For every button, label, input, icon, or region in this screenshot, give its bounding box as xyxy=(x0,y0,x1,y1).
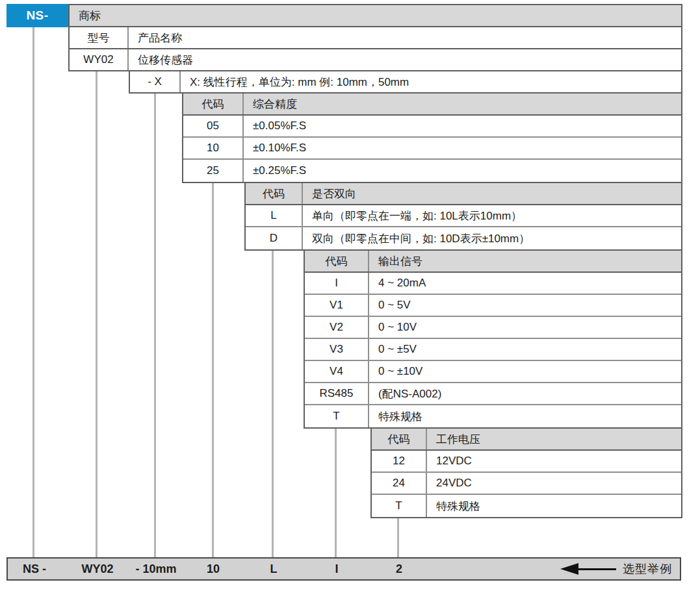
trademark-row: 商标 xyxy=(68,4,682,27)
table-row: 10 ±0.10%F.S xyxy=(183,138,681,160)
voltage-column-header: 工作电压 xyxy=(427,429,681,449)
value-cell: ±0.10%F.S xyxy=(244,138,681,158)
table-row: D 双向（即零点在中间，如: 10D表示±10mm） xyxy=(246,227,681,249)
example-segment-output: I xyxy=(335,559,338,579)
trademark-label: 商标 xyxy=(70,5,681,26)
value-cell: 0 ~ ±5V xyxy=(369,339,681,360)
stroke-code-cell: - X xyxy=(130,71,181,92)
output-column-header: 输出信号 xyxy=(369,251,681,271)
connector-line-accuracy xyxy=(212,182,214,557)
table-row: V1 0 ~ 5V xyxy=(305,295,681,317)
value-cell: 双向（即零点在中间，如: 10D表示±10mm） xyxy=(303,227,681,249)
code-cell: 10 xyxy=(183,138,244,158)
model-value-cell: 位移传感器 xyxy=(129,49,681,70)
value-cell: 特殊规格 xyxy=(427,495,681,517)
value-cell: 24VDC xyxy=(427,473,681,494)
code-column-header: 代码 xyxy=(183,94,244,114)
arrow-line xyxy=(578,568,616,570)
example-segment-direction: L xyxy=(270,559,278,579)
example-arrow-label: 选型举例 xyxy=(623,561,672,577)
table-row: I 4 ~ 20mA xyxy=(305,273,681,295)
stroke-row: - X X: 线性行程，单位为: mm 例: 10mm，50mm xyxy=(129,70,682,94)
model-code-cell: WY02 xyxy=(70,49,129,70)
value-cell: (配NS-A002) xyxy=(369,383,681,404)
value-cell: 单向（即零点在一端，如: 10L表示10mm） xyxy=(303,205,681,226)
example-segment-voltage: 2 xyxy=(396,559,402,579)
table-row: T 特殊规格 xyxy=(372,495,681,517)
table-row: 12 12VDC xyxy=(372,451,681,473)
value-cell: 0 ~ 5V xyxy=(369,295,681,316)
model-row: WY02 位移传感器 xyxy=(68,48,682,71)
left-arrow-icon xyxy=(560,563,578,575)
accuracy-table-header: 代码 综合精度 xyxy=(183,94,681,116)
voltage-table: 代码 工作电压 12 12VDC 24 24VDC T 特殊规格 xyxy=(370,427,682,518)
accuracy-table: 代码 综合精度 05 ±0.05%F.S 10 ±0.10%F.S 25 ±0.… xyxy=(182,92,682,183)
table-row: V3 0 ~ ±5V xyxy=(305,339,681,361)
brand-code-box: NS- xyxy=(6,4,68,27)
table-row: RS485 (配NS-A002) xyxy=(305,383,681,405)
code-cell: V1 xyxy=(305,295,369,316)
value-cell: 4 ~ 20mA xyxy=(369,273,681,294)
connector-line-brand xyxy=(32,27,34,557)
code-column-header: 代码 xyxy=(305,251,369,271)
table-row: T 特殊规格 xyxy=(305,405,681,427)
connector-line-voltage xyxy=(397,517,399,557)
table-row: V2 0 ~ 10V xyxy=(305,317,681,339)
value-cell: 特殊规格 xyxy=(369,405,681,427)
model-header-code: 型号 xyxy=(70,27,129,48)
voltage-table-header: 代码 工作电压 xyxy=(372,429,681,451)
code-column-header: 代码 xyxy=(372,429,427,449)
code-cell: D xyxy=(246,227,303,249)
code-cell: RS485 xyxy=(305,383,369,404)
code-cell: 24 xyxy=(372,473,427,494)
brand-code-label: NS- xyxy=(26,8,48,23)
code-column-header: 代码 xyxy=(246,183,303,204)
code-cell: V3 xyxy=(305,339,369,360)
connector-line-stroke xyxy=(154,91,156,557)
code-cell: V2 xyxy=(305,317,369,338)
example-arrow: 选型举例 xyxy=(560,559,672,579)
accuracy-column-header: 综合精度 xyxy=(244,94,681,114)
code-cell: T xyxy=(305,405,369,427)
code-cell: 12 xyxy=(372,451,427,472)
connector-line-output xyxy=(335,426,337,557)
direction-table-header: 代码 是否双向 xyxy=(246,183,681,205)
table-row: 25 ±0.25%F.S xyxy=(183,160,681,182)
table-row: 05 ±0.05%F.S xyxy=(183,116,681,138)
example-segment-accuracy: 10 xyxy=(207,559,220,579)
code-cell: T xyxy=(372,495,427,517)
direction-column-header: 是否双向 xyxy=(303,183,681,204)
model-header-value: 产品名称 xyxy=(129,27,681,48)
connector-line-direction xyxy=(272,249,274,557)
output-table-header: 代码 输出信号 xyxy=(305,251,681,273)
example-segment-stroke: - 10mm xyxy=(135,559,176,579)
table-row: 24 24VDC xyxy=(372,473,681,495)
direction-table: 代码 是否双向 L 单向（即零点在一端，如: 10L表示10mm） D 双向（即… xyxy=(244,182,682,251)
code-cell: I xyxy=(305,273,369,294)
table-row: V4 0 ~ ±10V xyxy=(305,361,681,383)
stroke-value-cell: X: 线性行程，单位为: mm 例: 10mm，50mm xyxy=(181,71,681,92)
value-cell: ±0.25%F.S xyxy=(244,160,681,182)
code-cell: L xyxy=(246,205,303,226)
code-cell: 25 xyxy=(183,160,244,182)
code-cell: 05 xyxy=(183,116,244,136)
value-cell: 12VDC xyxy=(427,451,681,472)
ordering-example-bar: NS - WY02 - 10mm 10 L I 2 选型举例 xyxy=(6,557,681,581)
connector-line-model xyxy=(96,69,97,557)
example-segment-brand: NS - xyxy=(23,559,46,579)
value-cell: 0 ~ ±10V xyxy=(369,361,681,382)
table-row: L 单向（即零点在一端，如: 10L表示10mm） xyxy=(246,205,681,227)
output-signal-table: 代码 输出信号 I 4 ~ 20mA V1 0 ~ 5V V2 0 ~ 10V … xyxy=(304,249,682,429)
example-segment-model: WY02 xyxy=(81,559,113,579)
model-header-row: 型号 产品名称 xyxy=(68,26,682,49)
value-cell: ±0.05%F.S xyxy=(244,116,681,136)
value-cell: 0 ~ 10V xyxy=(369,317,681,338)
code-cell: V4 xyxy=(305,361,369,382)
